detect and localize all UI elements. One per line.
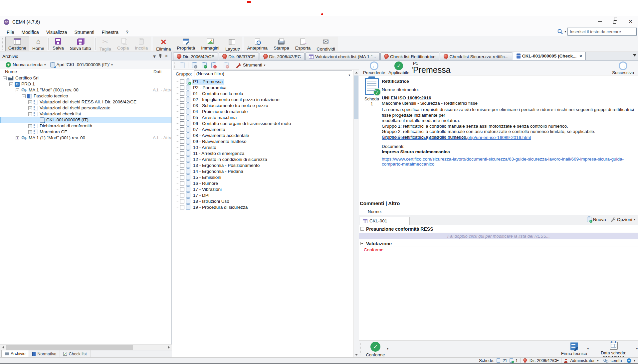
dock-tab-normativa[interactable]: Normativa: [29, 350, 60, 357]
search-input[interactable]: [567, 28, 637, 36]
conformity-button[interactable]: ✓ Conforme ▾: [364, 342, 387, 357]
row-checkbox[interactable]: [180, 85, 184, 90]
row-checkbox[interactable]: [180, 181, 184, 185]
tree-expander-icon[interactable]: −: [16, 88, 19, 92]
menu-item-visualizza[interactable]: Visualizza: [43, 28, 71, 36]
search-icon[interactable]: [557, 29, 563, 35]
tree-row[interactable]: −MA 1 "Mod" (001) rev. 00A.I. - Attre: [0, 87, 171, 93]
sheet-check-button[interactable]: ✓: [200, 61, 208, 69]
row-checkbox[interactable]: [180, 145, 184, 150]
tree-row[interactable]: −Valutazioni check list: [0, 111, 171, 117]
dock-tab-check-list[interactable]: Check list: [60, 350, 90, 357]
checklist-row[interactable]: 17 - DPI: [173, 192, 353, 198]
tree-expander-icon[interactable]: +: [28, 130, 32, 134]
column-header-nome[interactable]: Nome: [5, 69, 17, 74]
evaluation-section-header[interactable]: − Valutazione: [360, 240, 638, 247]
scrollbar-thumb[interactable]: [6, 345, 133, 350]
tree-row[interactable]: −PRO 1: [0, 81, 171, 87]
new-company-caret[interactable]: ▾: [44, 63, 46, 66]
checklist-row[interactable]: 02 - Impigliamento con il pezzo in rotaz…: [173, 96, 353, 102]
row-checkbox[interactable]: [180, 175, 184, 180]
row-checkbox[interactable]: [180, 109, 184, 114]
scroll-left-icon[interactable]: [0, 345, 6, 350]
row-checkbox[interactable]: [180, 199, 184, 203]
tree-row[interactable]: +Valutazioni dei rischi RESS All. I Dir.…: [0, 99, 171, 105]
user-caret[interactable]: ▾: [597, 359, 599, 362]
tab-valutazioni-check-list-ma-1[interactable]: Valutazioni check list (MA 1 "...: [305, 53, 380, 60]
copia-button[interactable]: Copia: [114, 37, 132, 51]
panel-close-icon[interactable]: [163, 53, 169, 59]
tree-row[interactable]: −Fascicolo tecnico: [0, 93, 171, 99]
checklist-row[interactable]: P2 - Panoramica: [173, 84, 353, 90]
language-badge[interactable]: IT: [627, 358, 631, 363]
tree-expander-icon[interactable]: −: [9, 82, 13, 86]
checklist-row[interactable]: 10 - Arresto: [173, 144, 353, 150]
checklist-row[interactable]: 08 - Avviamento accidentale: [173, 132, 353, 138]
row-checkbox[interactable]: [180, 97, 184, 102]
tab-ckl-001[interactable]: CKL-001: [360, 217, 410, 225]
checklist-row[interactable]: 05 - Arresto macchina: [173, 114, 353, 120]
open-item-caret[interactable]: ▾: [111, 63, 113, 66]
conformity-caret[interactable]: ▾: [387, 347, 388, 350]
checklist-row[interactable]: 15 - Emissioni: [173, 174, 353, 180]
tree-row[interactable]: +Valutazioni dei rischi personalizzate: [0, 105, 171, 111]
signature-caret[interactable]: ▾: [587, 347, 589, 350]
checklist-row[interactable]: 07 - Avviamento: [173, 126, 353, 132]
column-divider[interactable]: [151, 69, 151, 75]
checklist-row[interactable]: 12 - Arresto in condizioni di sicurezza: [173, 156, 353, 162]
row-checkbox[interactable]: [180, 187, 184, 191]
previous-button[interactable]: ← Precedente: [363, 61, 385, 75]
row-checkbox[interactable]: [180, 121, 184, 126]
tree-expander-icon[interactable]: +: [16, 136, 19, 140]
salva-button[interactable]: Salva: [50, 37, 67, 51]
checklist-row[interactable]: 01 - Contatto con la mola: [173, 90, 353, 96]
column-header-dati[interactable]: Dati: [153, 69, 161, 74]
pin-icon[interactable]: [157, 53, 163, 59]
search-scope-caret[interactable]: ▾: [564, 30, 566, 33]
tree-expander-icon[interactable]: −: [22, 94, 26, 98]
row-checkbox[interactable]: [180, 103, 184, 108]
sheet-button[interactable]: [178, 61, 186, 69]
menu-item-finestra[interactable]: Finestra: [98, 28, 122, 36]
panel-menu-caret[interactable]: ▾: [151, 53, 157, 59]
row-checkbox[interactable]: [180, 139, 184, 144]
tree-row[interactable]: +Dichiarazioni di conformità: [0, 123, 171, 129]
checklist-row[interactable]: 19 - Procedura di sicurezza: [173, 204, 353, 210]
sheet-alert-button[interactable]: !: [209, 61, 218, 69]
group-filter-combobox[interactable]: (Nessun filtro) ▾: [194, 70, 352, 77]
tab-list-dropdown-icon[interactable]: [633, 54, 636, 57]
layout-button[interactable]: Layout▾: [222, 37, 242, 51]
row-checkbox[interactable]: [180, 151, 184, 156]
tree-expander-icon[interactable]: +: [28, 106, 32, 110]
tree-expander-icon[interactable]: −: [28, 112, 32, 116]
taglia-button[interactable]: Taglia: [97, 37, 114, 51]
collapse-icon[interactable]: −: [360, 227, 364, 231]
condividi-button[interactable]: Condividi: [314, 37, 338, 51]
open-item-button[interactable]: Apri 'CKL-001/000005 (IT)': [57, 62, 110, 67]
ress-placeholder-row[interactable]: Fai doppio click qui per modificare la l…: [359, 233, 638, 239]
checklist-row[interactable]: 04 - Proiezione di materiale: [173, 108, 353, 114]
checklist-row[interactable]: 13 - Ergonomia - Posizionamento: [173, 162, 353, 168]
tab-check-list-sicurerzza-rettific[interactable]: Check list Sicurerzza rettific...: [440, 53, 512, 60]
norm-link[interactable]: http://store.uni.com/magento-1.4.0.1/ind…: [382, 135, 635, 140]
checklist-row[interactable]: 14 - Ergonomia - Pedana: [173, 168, 353, 174]
row-checkbox[interactable]: [180, 91, 184, 96]
checklist-row[interactable]: 17 - Vibrazioni: [173, 186, 353, 192]
close-button[interactable]: [623, 16, 638, 26]
row-checkbox[interactable]: [180, 205, 184, 209]
esporta-button[interactable]: Esporta: [292, 37, 314, 51]
vertical-scrollbar[interactable]: [353, 70, 359, 357]
new-company-button[interactable]: Nuova azienda: [13, 62, 43, 67]
row-checkbox[interactable]: [180, 169, 184, 174]
row-checkbox[interactable]: [180, 133, 184, 138]
checklist-row[interactable]: 06 - Contatto con organi di trasmissione…: [173, 120, 353, 126]
tab-ckl-001-000005-check[interactable]: CKL-001/000005 (Check...×: [513, 52, 586, 60]
row-checkbox[interactable]: [180, 157, 184, 162]
sheet-question-button[interactable]: ?: [190, 61, 199, 69]
tab-dir-2006-42-ce[interactable]: Dir. 2006/42/CE: [173, 53, 218, 60]
tree-expander-icon[interactable]: +: [28, 124, 32, 128]
anteprima-button[interactable]: Anteprima: [244, 37, 271, 51]
sheet-remove-button[interactable]: ×: [222, 61, 230, 69]
tree-expander-icon[interactable]: +: [28, 100, 32, 104]
tree-row[interactable]: +Marcatura CE: [0, 129, 171, 135]
